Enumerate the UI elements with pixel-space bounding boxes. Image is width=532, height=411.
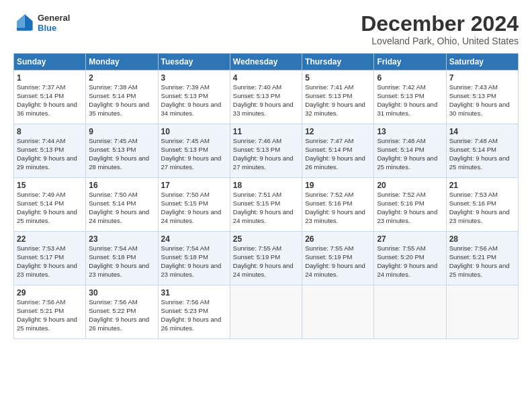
calendar-cell: 10Sunrise: 7:45 AMSunset: 5:13 PMDayligh… — [158, 124, 230, 178]
day-info: Sunrise: 7:39 AMSunset: 5:13 PMDaylight:… — [161, 83, 227, 118]
day-info: Sunrise: 7:55 AMSunset: 5:19 PMDaylight:… — [233, 244, 299, 279]
day-number: 29 — [17, 288, 83, 298]
calendar-cell: 27Sunrise: 7:55 AMSunset: 5:20 PMDayligh… — [374, 232, 446, 285]
week-row-5: 29Sunrise: 7:56 AMSunset: 5:21 PMDayligh… — [14, 285, 519, 339]
calendar-cell: 1Sunrise: 7:37 AMSunset: 5:14 PMDaylight… — [14, 71, 86, 124]
calendar-cell: 15Sunrise: 7:49 AMSunset: 5:14 PMDayligh… — [14, 178, 86, 232]
calendar-cell: 24Sunrise: 7:54 AMSunset: 5:18 PMDayligh… — [158, 232, 230, 285]
day-info: Sunrise: 7:47 AMSunset: 5:14 PMDaylight:… — [305, 137, 371, 171]
calendar-cell: 22Sunrise: 7:53 AMSunset: 5:17 PMDayligh… — [14, 232, 86, 285]
day-number: 22 — [17, 234, 83, 244]
calendar-cell — [302, 285, 374, 339]
day-info: Sunrise: 7:46 AMSunset: 5:13 PMDaylight:… — [233, 137, 299, 171]
day-number: 15 — [17, 181, 83, 190]
day-number: 8 — [17, 127, 83, 136]
week-row-1: 1Sunrise: 7:37 AMSunset: 5:14 PMDaylight… — [14, 71, 519, 124]
month-title: December 2024 — [361, 12, 519, 36]
weekday-header-thursday: Thursday — [302, 54, 374, 71]
day-info: Sunrise: 7:56 AMSunset: 5:23 PMDaylight:… — [161, 298, 227, 332]
day-number: 24 — [161, 234, 227, 244]
day-number: 18 — [233, 181, 299, 190]
day-number: 26 — [305, 234, 371, 244]
day-number: 5 — [305, 73, 371, 83]
day-info: Sunrise: 7:54 AMSunset: 5:18 PMDaylight:… — [89, 244, 154, 279]
calendar-cell: 6Sunrise: 7:42 AMSunset: 5:13 PMDaylight… — [374, 71, 446, 124]
day-info: Sunrise: 7:45 AMSunset: 5:13 PMDaylight:… — [89, 137, 154, 171]
day-info: Sunrise: 7:37 AMSunset: 5:14 PMDaylight:… — [17, 83, 83, 118]
day-number: 16 — [89, 181, 154, 190]
calendar-cell — [230, 285, 302, 339]
logo-text: General Blue — [38, 13, 70, 33]
day-number: 31 — [161, 288, 227, 298]
calendar-cell: 2Sunrise: 7:38 AMSunset: 5:14 PMDaylight… — [86, 71, 158, 124]
calendar-cell: 20Sunrise: 7:52 AMSunset: 5:16 PMDayligh… — [374, 178, 446, 232]
calendar-cell: 4Sunrise: 7:40 AMSunset: 5:13 PMDaylight… — [230, 71, 302, 124]
calendar-cell: 8Sunrise: 7:44 AMSunset: 5:13 PMDaylight… — [14, 124, 86, 178]
calendar-body: 1Sunrise: 7:37 AMSunset: 5:14 PMDaylight… — [14, 71, 519, 339]
day-number: 9 — [89, 127, 154, 136]
page: General Blue December 2024 Loveland Park… — [0, 0, 532, 411]
svg-rect-3 — [17, 28, 32, 31]
calendar-cell: 29Sunrise: 7:56 AMSunset: 5:21 PMDayligh… — [14, 285, 86, 339]
weekday-header-wednesday: Wednesday — [230, 54, 302, 71]
calendar-cell: 23Sunrise: 7:54 AMSunset: 5:18 PMDayligh… — [86, 232, 158, 285]
location: Loveland Park, Ohio, United States — [361, 36, 519, 46]
calendar-cell: 11Sunrise: 7:46 AMSunset: 5:13 PMDayligh… — [230, 124, 302, 178]
day-info: Sunrise: 7:56 AMSunset: 5:21 PMDaylight:… — [449, 244, 515, 279]
day-info: Sunrise: 7:55 AMSunset: 5:20 PMDaylight:… — [377, 244, 443, 279]
calendar-cell: 31Sunrise: 7:56 AMSunset: 5:23 PMDayligh… — [158, 285, 230, 339]
weekday-header-saturday: Saturday — [446, 54, 518, 71]
calendar-cell: 14Sunrise: 7:48 AMSunset: 5:14 PMDayligh… — [446, 124, 518, 178]
calendar-cell: 30Sunrise: 7:56 AMSunset: 5:22 PMDayligh… — [86, 285, 158, 339]
day-number: 23 — [89, 234, 154, 244]
day-info: Sunrise: 7:53 AMSunset: 5:16 PMDaylight:… — [449, 191, 515, 225]
day-number: 11 — [233, 127, 299, 136]
day-number: 19 — [305, 181, 371, 190]
calendar-cell: 19Sunrise: 7:52 AMSunset: 5:16 PMDayligh… — [302, 178, 374, 232]
title-block: December 2024 Loveland Park, Ohio, Unite… — [361, 12, 519, 46]
day-number: 3 — [161, 73, 227, 83]
calendar: SundayMondayTuesdayWednesdayThursdayFrid… — [13, 53, 519, 339]
day-info: Sunrise: 7:45 AMSunset: 5:13 PMDaylight:… — [161, 137, 227, 171]
day-number: 20 — [377, 181, 443, 190]
day-info: Sunrise: 7:48 AMSunset: 5:14 PMDaylight:… — [449, 137, 515, 171]
day-number: 14 — [449, 127, 515, 136]
calendar-cell: 9Sunrise: 7:45 AMSunset: 5:13 PMDaylight… — [86, 124, 158, 178]
calendar-cell: 28Sunrise: 7:56 AMSunset: 5:21 PMDayligh… — [446, 232, 518, 285]
calendar-cell: 26Sunrise: 7:55 AMSunset: 5:19 PMDayligh… — [302, 232, 374, 285]
day-number: 6 — [377, 73, 443, 83]
day-info: Sunrise: 7:38 AMSunset: 5:14 PMDaylight:… — [89, 83, 154, 118]
calendar-cell: 17Sunrise: 7:50 AMSunset: 5:15 PMDayligh… — [158, 178, 230, 232]
day-info: Sunrise: 7:56 AMSunset: 5:22 PMDaylight:… — [89, 298, 154, 332]
day-number: 7 — [449, 73, 515, 83]
day-info: Sunrise: 7:50 AMSunset: 5:14 PMDaylight:… — [89, 191, 154, 225]
week-row-4: 22Sunrise: 7:53 AMSunset: 5:17 PMDayligh… — [14, 232, 519, 285]
day-info: Sunrise: 7:44 AMSunset: 5:13 PMDaylight:… — [17, 137, 83, 171]
calendar-cell: 13Sunrise: 7:48 AMSunset: 5:14 PMDayligh… — [374, 124, 446, 178]
day-info: Sunrise: 7:53 AMSunset: 5:17 PMDaylight:… — [17, 244, 83, 279]
calendar-cell: 18Sunrise: 7:51 AMSunset: 5:15 PMDayligh… — [230, 178, 302, 232]
day-info: Sunrise: 7:50 AMSunset: 5:15 PMDaylight:… — [161, 191, 227, 225]
day-info: Sunrise: 7:48 AMSunset: 5:14 PMDaylight:… — [377, 137, 443, 171]
day-number: 4 — [233, 73, 299, 83]
calendar-cell: 3Sunrise: 7:39 AMSunset: 5:13 PMDaylight… — [158, 71, 230, 124]
day-info: Sunrise: 7:54 AMSunset: 5:18 PMDaylight:… — [161, 244, 227, 279]
day-number: 13 — [377, 127, 443, 136]
weekday-header-tuesday: Tuesday — [158, 54, 230, 71]
calendar-cell: 5Sunrise: 7:41 AMSunset: 5:13 PMDaylight… — [302, 71, 374, 124]
day-number: 12 — [305, 127, 371, 136]
calendar-cell — [446, 285, 518, 339]
weekday-header-row: SundayMondayTuesdayWednesdayThursdayFrid… — [14, 54, 519, 71]
calendar-cell: 25Sunrise: 7:55 AMSunset: 5:19 PMDayligh… — [230, 232, 302, 285]
week-row-3: 15Sunrise: 7:49 AMSunset: 5:14 PMDayligh… — [14, 178, 519, 232]
logo: General Blue — [13, 12, 70, 34]
day-info: Sunrise: 7:42 AMSunset: 5:13 PMDaylight:… — [377, 83, 443, 118]
day-number: 1 — [17, 73, 83, 83]
day-info: Sunrise: 7:52 AMSunset: 5:16 PMDaylight:… — [377, 191, 443, 225]
day-info: Sunrise: 7:41 AMSunset: 5:13 PMDaylight:… — [305, 83, 371, 118]
logo-icon — [13, 12, 35, 34]
day-number: 27 — [377, 234, 443, 244]
calendar-cell: 16Sunrise: 7:50 AMSunset: 5:14 PMDayligh… — [86, 178, 158, 232]
day-info: Sunrise: 7:52 AMSunset: 5:16 PMDaylight:… — [305, 191, 371, 225]
weekday-header-friday: Friday — [374, 54, 446, 71]
